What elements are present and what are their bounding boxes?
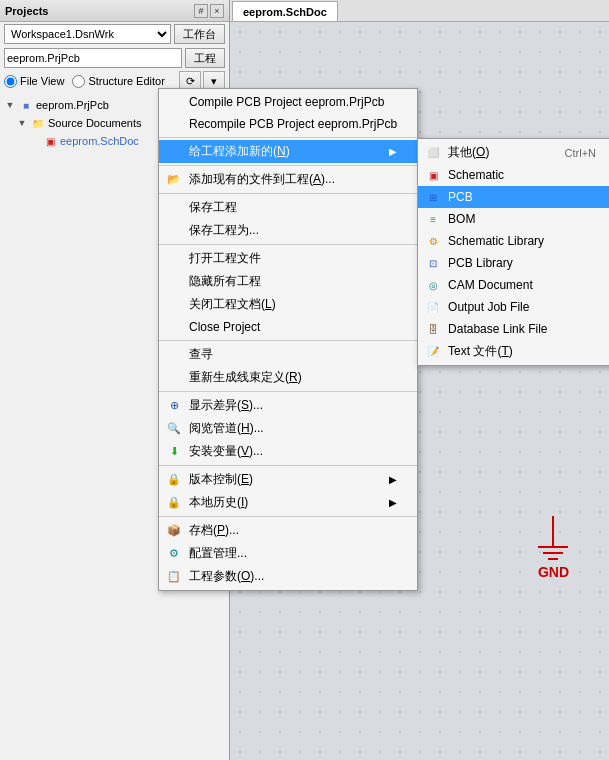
menu-search[interactable]: 查寻 — [159, 343, 417, 366]
menu-install-var[interactable]: ⬇ 安装变量(V)... — [159, 440, 417, 463]
menu-browse-channel[interactable]: 🔍 阅览管道(H)... — [159, 417, 417, 440]
menu-show-diff[interactable]: ⊕ 显示差异(S)... — [159, 394, 417, 417]
config-icon: ⚙ — [165, 545, 183, 563]
submenu-bom[interactable]: ≡ BOM — [418, 208, 609, 230]
browse-channel-label: 阅览管道(H)... — [189, 420, 264, 437]
pcb-icon: ⊞ — [424, 188, 442, 206]
submenu-cam[interactable]: ◎ CAM Document — [418, 274, 609, 296]
db-label: Database Link File — [448, 322, 547, 336]
lock2-icon: 🔒 — [165, 494, 183, 512]
close-panel-button[interactable]: × — [210, 4, 224, 18]
search-label: 查寻 — [189, 346, 213, 363]
submenu-pcb-lib[interactable]: ⊡ PCB Library — [418, 252, 609, 274]
menu-compile[interactable]: Compile PCB Project eeprom.PrjPcb — [159, 91, 417, 113]
diff-icon: ⊕ — [165, 397, 183, 415]
tab-schdoc[interactable]: eeprom.SchDoc — [232, 1, 338, 21]
sep3 — [159, 193, 417, 194]
menu-regen[interactable]: 重新生成线束定义(R) — [159, 366, 417, 389]
archive-label: 存档(P)... — [189, 522, 239, 539]
sep8 — [159, 516, 417, 517]
project-button[interactable]: 工程 — [185, 48, 225, 68]
output-label: Output Job File — [448, 300, 529, 314]
add-new-label: 给工程添加新的(N) — [189, 143, 290, 160]
hide-all-label: 隐藏所有工程 — [189, 273, 261, 290]
pcblib-icon: ⊡ — [424, 254, 442, 272]
submenu-arrow: ▶ — [379, 146, 397, 157]
submenu-text[interactable]: 📝 Text 文件(T) — [418, 340, 609, 363]
install-icon: ⬇ — [165, 443, 183, 461]
output-icon: 📄 — [424, 298, 442, 316]
save-as-label: 保存工程为... — [189, 222, 259, 239]
workspace-select[interactable]: Workspace1.DsnWrk — [4, 24, 171, 44]
menu-hide-all[interactable]: 隐藏所有工程 — [159, 270, 417, 293]
menu-save-project[interactable]: 保存工程 — [159, 196, 417, 219]
submenu-sch-lib[interactable]: ⚙ Schematic Library — [418, 230, 609, 252]
open-project-label: 打开工程文件 — [189, 250, 261, 267]
tab-bar: eeprom.SchDoc — [230, 0, 609, 22]
menu-version-ctrl[interactable]: 🔒 版本控制(E) ▶ — [159, 468, 417, 491]
menu-add-existing[interactable]: 📂 添加现有的文件到工程(A)... — [159, 168, 417, 191]
browse-icon: 🔍 — [165, 420, 183, 438]
cam-label: CAM Document — [448, 278, 533, 292]
menu-add-new[interactable]: 给工程添加新的(N) ▶ ⬜ 其他(O) Ctrl+N ▣ Schematic … — [159, 140, 417, 163]
submenu-db[interactable]: 🗄 Database Link File — [418, 318, 609, 340]
menu-close-docs[interactable]: 关闭工程文档(L) — [159, 293, 417, 316]
compile-label: Compile PCB Project eeprom.PrjPcb — [189, 95, 384, 109]
sch-label: eeprom.SchDoc — [60, 135, 139, 147]
project-input[interactable] — [4, 48, 182, 68]
version-arrow: ▶ — [379, 474, 397, 485]
project-row: 工程 — [0, 46, 229, 70]
sep2 — [159, 165, 417, 166]
sep5 — [159, 340, 417, 341]
menu-config-mgr[interactable]: ⚙ 配置管理... — [159, 542, 417, 565]
submenu-output[interactable]: 📄 Output Job File — [418, 296, 609, 318]
sep6 — [159, 391, 417, 392]
source-label: Source Documents — [48, 117, 142, 129]
submenu-add-new: ⬜ 其他(O) Ctrl+N ▣ Schematic ⊞ PCB ≡ BOM ⚙… — [417, 138, 609, 366]
pcb-label: PCB — [448, 190, 473, 204]
sep1 — [159, 137, 417, 138]
other-shortcut: Ctrl+N — [545, 147, 596, 159]
gnd-vert-line — [552, 516, 554, 546]
version-ctrl-label: 版本控制(E) — [189, 471, 253, 488]
menu-recompile[interactable]: Recompile PCB Project eeprom.PrjPcb — [159, 113, 417, 135]
gnd-h3 — [548, 558, 558, 560]
pcb-lib-label: PCB Library — [448, 256, 513, 270]
workspace-row: Workspace1.DsnWrk 工作台 — [0, 22, 229, 46]
sep4 — [159, 244, 417, 245]
add-existing-icon: 📂 — [165, 171, 183, 189]
structure-editor-radio[interactable]: Structure Editor — [72, 75, 164, 88]
file-view-label: File View — [20, 75, 64, 87]
project-params-label: 工程参数(O)... — [189, 568, 264, 585]
other-label: 其他(O) — [448, 144, 489, 161]
menu-archive[interactable]: 📦 存档(P)... — [159, 519, 417, 542]
history-arrow: ▶ — [379, 497, 397, 508]
project-label: eeprom.PrjPcb — [36, 99, 109, 111]
panel-title-buttons: # × — [194, 4, 224, 18]
sch-sub-icon: ▣ — [424, 166, 442, 184]
workspace-button[interactable]: 工作台 — [174, 24, 225, 44]
pin-button[interactable]: # — [194, 4, 208, 18]
expander-sch — [28, 135, 40, 147]
install-var-label: 安装变量(V)... — [189, 443, 263, 460]
gnd-h2 — [543, 552, 563, 554]
bom-icon: ≡ — [424, 210, 442, 228]
file-view-radio[interactable]: File View — [4, 75, 64, 88]
bom-label: BOM — [448, 212, 475, 226]
expander-project: ▼ — [4, 99, 16, 111]
menu-open-project[interactable]: 打开工程文件 — [159, 247, 417, 270]
menu-local-history[interactable]: 🔒 本地历史(I) ▶ — [159, 491, 417, 514]
submenu-pcb[interactable]: ⊞ PCB — [418, 186, 609, 208]
sch-icon: ▣ — [42, 133, 58, 149]
menu-project-params[interactable]: 📋 工程参数(O)... — [159, 565, 417, 588]
menu-close-project[interactable]: Close Project — [159, 316, 417, 338]
menu-save-as[interactable]: 保存工程为... — [159, 219, 417, 242]
sch-lib-label: Schematic Library — [448, 234, 544, 248]
panel-titlebar: Projects # × — [0, 0, 229, 22]
submenu-schematic[interactable]: ▣ Schematic — [418, 164, 609, 186]
panel-title: Projects — [5, 5, 48, 17]
folder-icon: 📁 — [30, 115, 46, 131]
regen-label: 重新生成线束定义(R) — [189, 369, 302, 386]
gnd-label: GND — [538, 564, 569, 580]
submenu-other[interactable]: ⬜ 其他(O) Ctrl+N — [418, 141, 609, 164]
